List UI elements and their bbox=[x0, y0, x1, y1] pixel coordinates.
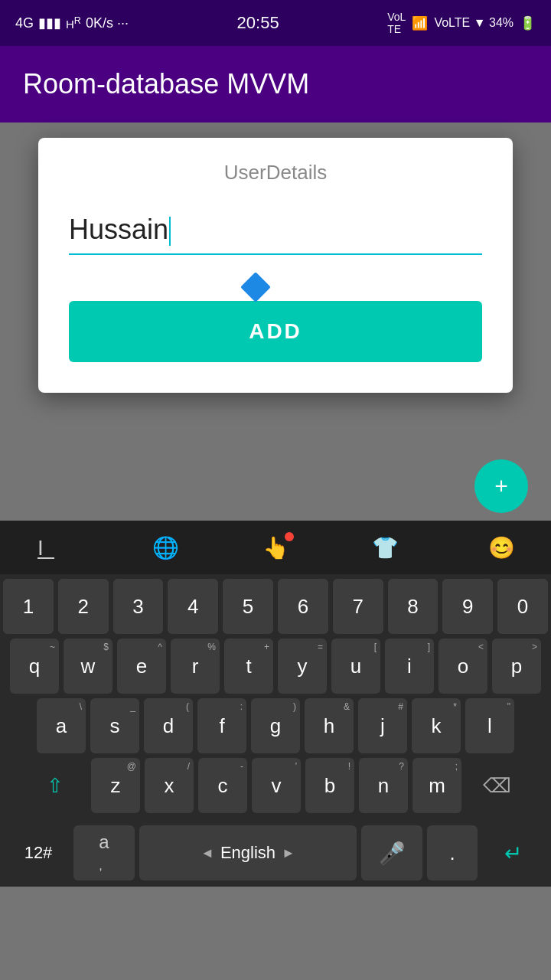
text-style-icon[interactable]: I bbox=[31, 528, 69, 567]
key-d[interactable]: (d bbox=[144, 698, 193, 753]
mic-icon: 🎤 bbox=[379, 841, 406, 866]
svg-text:I: I bbox=[37, 536, 44, 560]
keyboard-toolbar: I 🌐 👆 👕 😊 bbox=[0, 521, 551, 574]
key-0[interactable]: 0 bbox=[497, 579, 548, 634]
shirt-icon[interactable]: 👕 bbox=[367, 528, 405, 567]
number-row: 1 2 3 4 5 6 7 8 9 0 bbox=[3, 579, 548, 634]
num-sym-label: 12# bbox=[24, 843, 53, 863]
period-label: . bbox=[449, 841, 455, 865]
text-field-container: Hussain bbox=[69, 207, 482, 255]
key-m[interactable]: ;m bbox=[412, 758, 461, 813]
keyboard-rows: 1 2 3 4 5 6 7 8 9 0 ~q $w ^e %r +t =y [u… bbox=[0, 574, 551, 822]
mic-key[interactable]: 🎤 bbox=[361, 825, 422, 880]
enter-icon: ↵ bbox=[504, 841, 522, 866]
user-details-dialog: UserDetails Hussain ADD bbox=[38, 138, 513, 393]
key-n[interactable]: ?n bbox=[359, 758, 408, 813]
key-e[interactable]: ^e bbox=[117, 639, 166, 694]
key-g[interactable]: )g bbox=[251, 698, 300, 753]
key-u[interactable]: [u bbox=[331, 639, 380, 694]
backspace-key[interactable]: ⌫ bbox=[466, 758, 527, 813]
fab-button[interactable]: + bbox=[474, 459, 528, 513]
volte-icon: VoLTE bbox=[387, 11, 406, 35]
fab-area: + bbox=[474, 459, 528, 513]
space-arrow-left: ◄ bbox=[201, 845, 214, 861]
app-title: Room-database MVVM bbox=[23, 68, 309, 100]
asdf-row: \a _s (d :f )g &h #j *k "l bbox=[3, 698, 548, 753]
key-k[interactable]: *k bbox=[412, 698, 461, 753]
key-8[interactable]: 8 bbox=[388, 579, 439, 634]
key-t[interactable]: +t bbox=[224, 639, 273, 694]
key-p[interactable]: >p bbox=[492, 639, 541, 694]
key-7[interactable]: 7 bbox=[333, 579, 383, 634]
wifi-icon: 📶 bbox=[412, 15, 428, 31]
backspace-icon: ⌫ bbox=[483, 774, 511, 798]
app-bar: Room-database MVVM bbox=[0, 46, 551, 122]
space-arrow-right: ► bbox=[282, 845, 295, 861]
key-9[interactable]: 9 bbox=[442, 579, 493, 634]
status-right: VoLTE 📶 VoLTE ▼ 34% 🔋 bbox=[387, 11, 536, 35]
shift-key[interactable]: ⇧ bbox=[24, 758, 86, 813]
dialog-title: UserDetails bbox=[69, 161, 482, 185]
key-1[interactable]: 1 bbox=[3, 579, 54, 634]
key-y[interactable]: =y bbox=[278, 639, 327, 694]
cursor-handle bbox=[240, 273, 271, 303]
background-content: UserDetails Hussain ADD + bbox=[0, 122, 551, 521]
key-o[interactable]: <o bbox=[439, 639, 487, 694]
key-6[interactable]: 6 bbox=[278, 579, 328, 634]
dialog-overlay: UserDetails Hussain ADD bbox=[0, 122, 551, 521]
keyboard-bottom-row: 12# a, ◄ English ► 🎤 . ↵ bbox=[0, 822, 551, 887]
status-left: 4G ▮▮▮ HR 0K/s ··· bbox=[15, 15, 129, 31]
key-z[interactable]: @z bbox=[91, 758, 140, 813]
key-r[interactable]: %r bbox=[171, 639, 220, 694]
battery-percent: VoLTE ▼ 34% bbox=[434, 16, 514, 30]
input-text: Hussain bbox=[69, 214, 168, 245]
space-label: English bbox=[220, 843, 276, 863]
key-h[interactable]: &h bbox=[305, 698, 354, 753]
signal-bars: ▮▮▮ bbox=[38, 15, 61, 31]
fab-icon: + bbox=[494, 473, 508, 499]
zxcv-row: ⇧ @z /x -c 'v !b ?n ;m ⌫ bbox=[3, 758, 548, 813]
key-w[interactable]: $w bbox=[64, 639, 112, 694]
status-bar: 4G ▮▮▮ HR 0K/s ··· 20:55 VoLTE 📶 VoLTE ▼… bbox=[0, 0, 551, 46]
space-key[interactable]: ◄ English ► bbox=[139, 825, 357, 880]
keyboard: I 🌐 👆 👕 😊 1 2 3 4 5 6 7 8 9 bbox=[0, 521, 551, 887]
key-s[interactable]: _s bbox=[90, 698, 139, 753]
data-speed: 0K/s ··· bbox=[86, 15, 129, 31]
enter-key[interactable]: ↵ bbox=[482, 825, 543, 880]
key-5[interactable]: 5 bbox=[223, 579, 273, 634]
key-f[interactable]: :f bbox=[197, 698, 246, 753]
status-time: 20:55 bbox=[237, 13, 279, 33]
key-j[interactable]: #j bbox=[358, 698, 407, 753]
lang-key-label: a, bbox=[99, 831, 109, 874]
language-key[interactable]: a, bbox=[73, 825, 135, 880]
key-a[interactable]: \a bbox=[37, 698, 86, 753]
period-key[interactable]: . bbox=[427, 825, 478, 880]
number-symbol-key[interactable]: 12# bbox=[8, 825, 69, 880]
key-4[interactable]: 4 bbox=[168, 579, 218, 634]
add-button[interactable]: ADD bbox=[69, 301, 482, 362]
emoji-icon[interactable]: 😊 bbox=[482, 528, 520, 567]
key-b[interactable]: !b bbox=[305, 758, 354, 813]
pointer-icon-container[interactable]: 👆 bbox=[262, 535, 289, 560]
key-x[interactable]: /x bbox=[145, 758, 194, 813]
key-2[interactable]: 2 bbox=[58, 579, 109, 634]
notification-dot bbox=[285, 532, 294, 541]
key-i[interactable]: ]i bbox=[385, 639, 434, 694]
key-q[interactable]: ~q bbox=[10, 639, 59, 694]
key-l[interactable]: "l bbox=[465, 698, 514, 753]
battery-icon: 🔋 bbox=[520, 15, 536, 31]
shift-icon: ⇧ bbox=[47, 774, 64, 798]
key-v[interactable]: 'v bbox=[252, 758, 301, 813]
key-c[interactable]: -c bbox=[198, 758, 247, 813]
globe-icon[interactable]: 🌐 bbox=[146, 528, 184, 567]
network-info: 4G bbox=[15, 15, 34, 31]
qwerty-row: ~q $w ^e %r +t =y [u ]i <o >p bbox=[3, 639, 548, 694]
key-3[interactable]: 3 bbox=[113, 579, 164, 634]
name-input-display[interactable]: Hussain bbox=[69, 207, 482, 255]
text-cursor bbox=[169, 217, 171, 246]
hr-indicator: HR bbox=[66, 15, 81, 31]
